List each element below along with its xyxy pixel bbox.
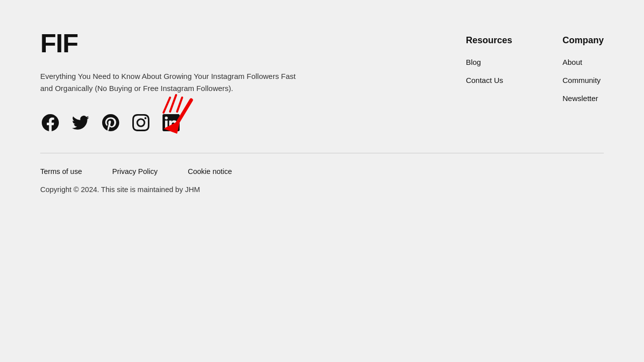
svg-line-1 [170,95,176,112]
pinterest-icon[interactable] [101,113,121,133]
footer-main: FIF Everything You Need to Know About Gr… [0,0,644,153]
terms-link[interactable]: Terms of use [40,167,82,175]
contact-link[interactable]: Contact Us [466,76,503,84]
svg-line-0 [164,98,170,113]
footer-description: Everything You Need to Know About Growin… [40,70,302,95]
footer-legal: Terms of use Privacy Policy Cookie notic… [40,167,604,175]
list-item: Blog [466,58,512,67]
list-item: About [562,58,604,67]
cookie-link[interactable]: Cookie notice [188,167,232,175]
facebook-icon[interactable] [40,113,60,133]
twitter-icon[interactable] [70,113,91,133]
footer-left: FIF Everything You Need to Know About Gr… [40,30,302,133]
resources-heading: Resources [466,35,512,46]
footer-logo: FIF [40,30,302,56]
privacy-link[interactable]: Privacy Policy [112,167,157,175]
company-column: Company About Community Newsletter [562,35,604,103]
linkedin-icon[interactable] [161,113,181,133]
svg-line-2 [177,98,182,112]
footer-bottom: Terms of use Privacy Policy Cookie notic… [0,153,644,204]
blog-link[interactable]: Blog [466,58,481,66]
resources-list: Blog Contact Us [466,58,512,85]
newsletter-link[interactable]: Newsletter [562,94,598,103]
footer-nav: Resources Blog Contact Us Company About … [466,30,604,103]
list-item: Contact Us [466,76,512,85]
list-item: Newsletter [562,94,604,103]
copyright-text: Copyright © 2024. This site is maintaine… [40,186,604,194]
list-item: Community [562,76,604,85]
about-link[interactable]: About [562,58,582,66]
resources-column: Resources Blog Contact Us [466,35,512,103]
company-heading: Company [562,35,604,46]
company-list: About Community Newsletter [562,58,604,103]
community-link[interactable]: Community [562,76,601,84]
social-icons [40,113,302,133]
instagram-icon[interactable] [131,113,151,133]
